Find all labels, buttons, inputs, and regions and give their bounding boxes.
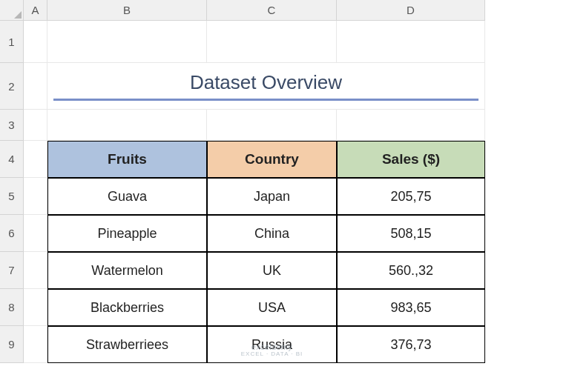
col-head-c[interactable]: C <box>207 0 337 21</box>
table-cell-country[interactable]: USA <box>207 289 337 326</box>
cell-a4[interactable] <box>24 141 47 178</box>
table-cell-fruit[interactable]: Guava <box>47 178 207 215</box>
cell-b3[interactable] <box>47 110 207 141</box>
table-cell-fruit[interactable]: Strawberriees <box>47 326 207 363</box>
table-cell-country[interactable]: China <box>207 215 337 252</box>
cell-a8[interactable] <box>24 289 47 326</box>
cell-a9[interactable] <box>24 326 47 363</box>
table-cell-fruit[interactable]: Watermelon <box>47 252 207 289</box>
col-head-b[interactable]: B <box>47 0 207 21</box>
table-cell-sales[interactable]: 376,73 <box>337 326 485 363</box>
cell-a7[interactable] <box>24 252 47 289</box>
row-head-5[interactable]: 5 <box>0 178 24 215</box>
row-head-4[interactable]: 4 <box>0 141 24 178</box>
cell-d1[interactable] <box>337 21 485 63</box>
col-head-d[interactable]: D <box>337 0 485 21</box>
table-cell-sales[interactable]: 560.,32 <box>337 252 485 289</box>
table-cell-sales[interactable]: 205,75 <box>337 178 485 215</box>
header-fruits[interactable]: Fruits <box>47 141 207 178</box>
table-cell-country[interactable]: Japan <box>207 178 337 215</box>
table-cell-sales[interactable]: 983,65 <box>337 289 485 326</box>
table-cell-sales[interactable]: 508,15 <box>337 215 485 252</box>
row-head-7[interactable]: 7 <box>0 252 24 289</box>
table-cell-country[interactable]: UK <box>207 252 337 289</box>
table-cell-fruit[interactable]: Blackberries <box>47 289 207 326</box>
row-head-2[interactable]: 2 <box>0 63 24 110</box>
table-cell-fruit[interactable]: Pineapple <box>47 215 207 252</box>
cell-a6[interactable] <box>24 215 47 252</box>
page-title: Dataset Overview <box>53 71 478 101</box>
table-cell-country-text: Russia <box>251 337 292 353</box>
cell-d3[interactable] <box>337 110 485 141</box>
row-head-6[interactable]: 6 <box>0 215 24 252</box>
row-head-1[interactable]: 1 <box>0 21 24 63</box>
cell-a3[interactable] <box>24 110 47 141</box>
spreadsheet-grid: A B C D 1 2 Dataset Overview 3 4 Fruits … <box>0 0 569 363</box>
title-cell[interactable]: Dataset Overview <box>47 63 485 110</box>
header-country[interactable]: Country <box>207 141 337 178</box>
cell-c1[interactable] <box>207 21 337 63</box>
cell-a2[interactable] <box>24 63 47 110</box>
row-head-3[interactable]: 3 <box>0 110 24 141</box>
select-all-corner[interactable] <box>0 0 24 21</box>
header-sales[interactable]: Sales ($) <box>337 141 485 178</box>
row-head-9[interactable]: 9 <box>0 326 24 363</box>
cell-c3[interactable] <box>207 110 337 141</box>
cell-a1[interactable] <box>24 21 47 63</box>
col-head-a[interactable]: A <box>24 0 47 21</box>
row-head-8[interactable]: 8 <box>0 289 24 326</box>
cell-a5[interactable] <box>24 178 47 215</box>
cell-b1[interactable] <box>47 21 207 63</box>
table-cell-country[interactable]: Russia exceldemy EXCEL · DATA · BI <box>207 326 337 363</box>
watermark-tagline: EXCEL · DATA · BI <box>241 351 303 358</box>
